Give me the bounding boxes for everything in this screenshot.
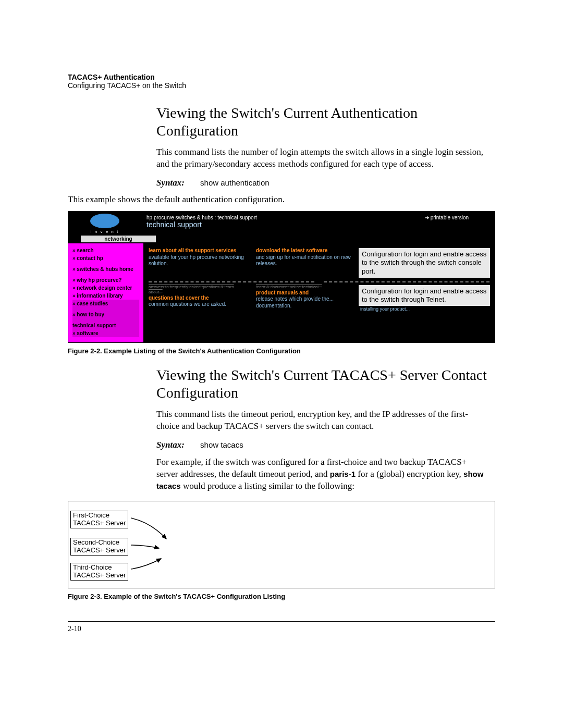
server-arrows-icon bbox=[130, 501, 192, 589]
p2-part-b: for a (global) encryption key, bbox=[356, 469, 463, 479]
hp-logo-icon bbox=[90, 214, 119, 228]
section1-paragraph: This command lists the number of login a… bbox=[156, 146, 490, 170]
text-callout-under: installing your product... bbox=[358, 306, 495, 312]
header-title: TACACS+ Authentication bbox=[68, 73, 495, 81]
syntax-cmd-auth: show authentication bbox=[200, 178, 270, 187]
syntax-line-tacacs: Syntax: show tacacs bbox=[156, 440, 490, 450]
hp-logo: i n v e n t bbox=[68, 212, 141, 236]
sidebar-item-contact[interactable]: » contact hp bbox=[72, 254, 139, 262]
section2-paragraph2: For example, if the switch was configure… bbox=[156, 456, 490, 492]
text-manuals-pre: learn & document online technical... bbox=[256, 285, 353, 290]
callout-console: Configuration for login and enable acces… bbox=[358, 248, 491, 278]
page-number: 2-10 bbox=[68, 625, 81, 633]
syntax-line-auth: Syntax: show authentication bbox=[156, 178, 490, 188]
first-choice-server-label: First-ChoiceTACACS+ Server bbox=[70, 511, 128, 528]
sidebar-item-search[interactable]: » search bbox=[72, 246, 139, 254]
sidebar-item-software[interactable]: » software bbox=[72, 329, 139, 337]
sidebar-item-buy[interactable]: » how to buy bbox=[72, 311, 139, 318]
text-faq: common questions we are asked. bbox=[149, 301, 246, 308]
printable-version-link[interactable]: printable version bbox=[420, 212, 495, 224]
callout-arrow-icon bbox=[350, 248, 360, 279]
section-heading-auth: Viewing the Switch's Current Authenticat… bbox=[156, 104, 490, 139]
page-footer: 2-10 bbox=[68, 621, 495, 633]
sidebar-item-support[interactable]: technical support bbox=[72, 322, 139, 329]
callout-telnet: Configuration for login and enable acces… bbox=[358, 285, 491, 307]
sidebar-nav: » search » contact hp » switches & hubs … bbox=[68, 243, 143, 342]
figure-2-3-caption: Figure 2-3. Example of the Switch's TACA… bbox=[68, 593, 495, 600]
sidebar-item-design[interactable]: » network design center bbox=[72, 284, 139, 292]
figure-2-3: First-ChoiceTACACS+ Server Second-Choice… bbox=[68, 501, 495, 588]
link-manuals[interactable]: product manuals and bbox=[256, 290, 353, 297]
header-subtitle: Configuring TACACS+ on the Switch bbox=[68, 81, 495, 90]
third-choice-server-label: Third-ChoiceTACACS+ Server bbox=[70, 563, 128, 581]
callout-arrow-icon bbox=[350, 285, 360, 316]
figure-2-2: i n v e n t hp procurve switches & hubs … bbox=[68, 211, 495, 343]
page-header: TACACS+ Authentication Configuring TACAC… bbox=[68, 73, 495, 90]
link-download-software[interactable]: download the latest software bbox=[256, 248, 353, 254]
hp-logo-subtext: i n v e n t bbox=[91, 229, 119, 234]
breadcrumb: hp procurve switches & hubs : technical … bbox=[146, 215, 414, 220]
section-heading-tacacs: Viewing the Switch's Current TACACS+ Ser… bbox=[156, 366, 490, 401]
keyword-paris1: paris-1 bbox=[330, 470, 356, 478]
sidebar-item-home[interactable]: » switches & hubs home bbox=[72, 265, 139, 273]
sidebar-item-case[interactable]: » case studies bbox=[72, 300, 139, 307]
text-faq-pre: answers to frequently asked questions & … bbox=[149, 285, 246, 295]
second-choice-server-label: Second-ChoiceTACACS+ Server bbox=[70, 538, 128, 556]
link-support-services[interactable]: learn about all the support services bbox=[149, 248, 246, 254]
sidebar-item-library[interactable]: » information library bbox=[72, 292, 139, 300]
figure-2-2-caption: Figure 2-2. Example Listing of the Switc… bbox=[68, 347, 495, 355]
section2-paragraph1: This command lists the timeout period, e… bbox=[156, 409, 490, 433]
text-support-services: available for your hp procurve networkin… bbox=[149, 254, 246, 267]
p2-part-c: would produce a listing similar to the f… bbox=[181, 481, 354, 491]
networking-tab[interactable]: networking bbox=[81, 236, 156, 242]
text-manuals: release notes which provide the... docum… bbox=[256, 296, 353, 309]
syntax-label: Syntax: bbox=[156, 440, 185, 450]
text-download-software: and sign up for e-mail notification on n… bbox=[256, 254, 353, 267]
syntax-label: Syntax: bbox=[156, 178, 185, 188]
sidebar-item-why[interactable]: » why hp procurve? bbox=[72, 276, 139, 284]
example-intro: This example shows the default authentic… bbox=[68, 194, 495, 205]
syntax-cmd-tacacs: show tacacs bbox=[200, 440, 243, 449]
link-faq[interactable]: questions that cover the bbox=[149, 295, 246, 302]
page-title: technical support bbox=[146, 220, 414, 229]
